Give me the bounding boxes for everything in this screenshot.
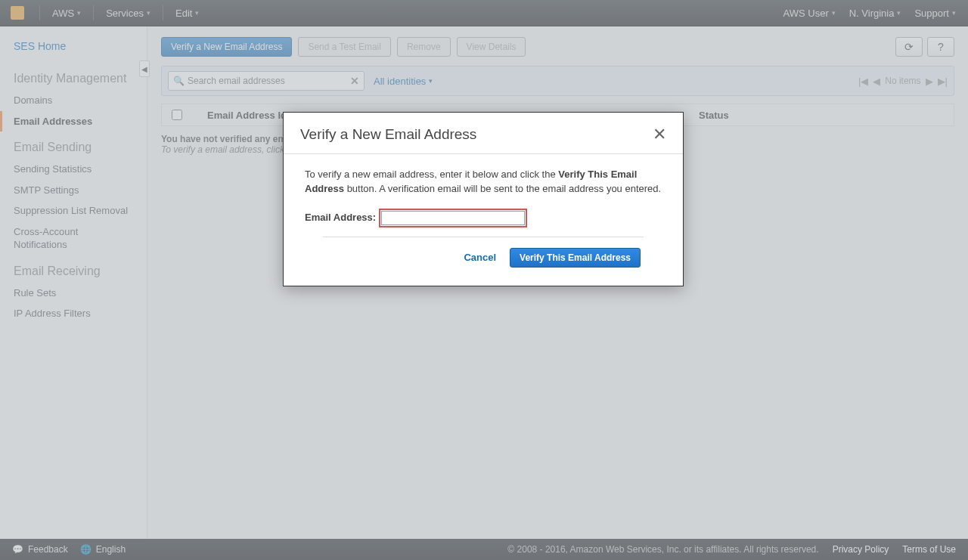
- verify-email-modal: Verify a New Email Address ✕ To verify a…: [283, 112, 684, 286]
- email-input[interactable]: [381, 211, 525, 225]
- modal-instructions: To verify a new email address, enter it …: [305, 168, 662, 196]
- cancel-button[interactable]: Cancel: [464, 251, 496, 265]
- close-icon[interactable]: ✕: [653, 126, 666, 143]
- email-label: Email Address:: [305, 211, 376, 225]
- modal-title: Verify a New Email Address: [300, 126, 476, 143]
- verify-submit-button[interactable]: Verify This Email Address: [510, 248, 641, 268]
